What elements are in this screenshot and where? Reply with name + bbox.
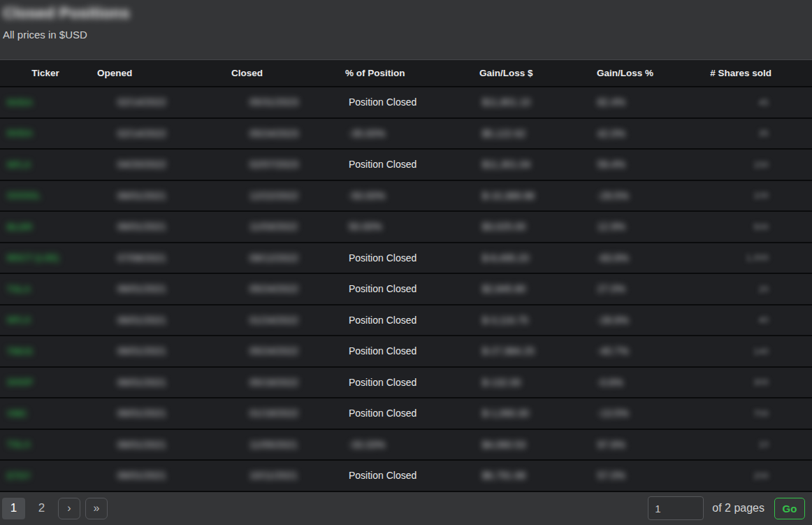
gain-loss-usd-cell: $2,845.80 <box>468 283 552 294</box>
shares-sold-cell: 35 <box>657 128 812 138</box>
opened-cell: 04/20/2022 <box>91 159 210 170</box>
gain-loss-pct-cell: 59.4% <box>552 159 657 170</box>
ticker-cell[interactable]: NVDA <box>0 97 91 108</box>
column-header-gain-loss-usd: Gain/Loss $ <box>468 68 552 78</box>
table-row: VMC06/01/202101/19/2022Position Closed$-… <box>0 398 812 430</box>
page-header: Closed Positions All prices in $USD <box>0 0 812 59</box>
ticker-cell[interactable]: TMUS <box>0 346 91 357</box>
gain-loss-usd-cell: $11,301.04 <box>468 159 552 170</box>
gain-loss-usd-cell: $-132.00 <box>468 377 552 388</box>
double-chevron-right-icon: » <box>94 502 100 514</box>
page-number-input[interactable] <box>648 496 704 520</box>
gain-loss-pct-cell: 27.0% <box>552 283 657 294</box>
opened-cell: 06/01/2021 <box>91 315 210 326</box>
pct-of-position-cell: Position Closed <box>335 408 468 419</box>
closed-cell: 05/31/2023 <box>210 96 335 108</box>
closed-positions-page: Closed Positions All prices in $USD Tick… <box>0 0 812 525</box>
pct-of-position-cell: Position Closed <box>335 377 468 388</box>
ticker-cell[interactable]: TSLA <box>0 284 91 294</box>
pct-of-position-cell: -35.00% <box>335 128 468 139</box>
pct-of-position-cell: Position Closed <box>335 315 468 326</box>
gain-loss-pct-cell: -0.6% <box>552 377 657 388</box>
column-header-opened: Opened <box>91 68 210 78</box>
ticker-cell[interactable]: ETSY <box>0 470 91 481</box>
table-row: TMUS06/01/202105/24/2022Position Closed$… <box>0 336 812 368</box>
pct-of-position-cell: Position Closed <box>335 283 468 294</box>
shares-sold-cell: 100 <box>657 190 812 201</box>
next-page-button[interactable]: › <box>58 498 80 519</box>
gain-loss-pct-cell: 97.6% <box>552 439 657 450</box>
ticker-cell[interactable]: MSCT (LSE) <box>0 252 91 263</box>
gain-loss-usd-cell: $-27,984.25 <box>468 345 552 357</box>
pct-of-position-cell: Position Closed <box>335 470 468 481</box>
opened-cell: 06/01/2021 <box>91 221 210 232</box>
opened-cell: 06/01/2021 <box>91 283 210 294</box>
table-row: NFLX04/20/202202/07/2023Position Closed$… <box>0 150 812 181</box>
gain-loss-pct-cell: -40.7% <box>552 345 657 357</box>
opened-cell: 06/01/2021 <box>91 439 210 450</box>
pct-of-position-cell: Position Closed <box>335 345 468 357</box>
column-header-pct-of-position: % of Position <box>335 68 468 78</box>
ticker-cell[interactable]: NFLX <box>0 315 91 325</box>
chevron-right-icon: › <box>67 502 71 514</box>
page-buttons: 1 2 › » <box>2 498 108 519</box>
page-button-2[interactable]: 2 <box>30 498 53 519</box>
gain-loss-pct-cell: 57.0% <box>552 470 657 481</box>
pagination-bar: 1 2 › » of 2 pages Go <box>0 492 812 525</box>
last-page-button[interactable]: » <box>85 498 108 519</box>
gain-loss-pct-cell: 82.4% <box>552 96 657 108</box>
pct-of-position-cell: Position Closed <box>335 252 468 264</box>
gain-loss-usd-cell: $-3,116.75 <box>468 315 552 326</box>
column-header-closed: Closed <box>210 68 335 78</box>
ticker-cell[interactable]: NFLX <box>0 159 91 170</box>
closed-cell: 05/24/2023 <box>210 128 335 139</box>
pct-of-position-cell: Position Closed <box>335 96 468 108</box>
table-body: NVDA02/14/202205/31/2023Position Closed$… <box>0 87 812 492</box>
opened-cell: 02/14/2022 <box>91 128 210 139</box>
shares-sold-cell: 200 <box>657 470 812 481</box>
table-row: NFLX06/01/202101/24/2022Position Closed$… <box>0 305 812 337</box>
ticker-cell[interactable]: VMC <box>0 408 91 419</box>
ticker-cell[interactable]: BLDR <box>0 222 91 232</box>
closed-cell: 02/07/2023 <box>210 159 335 170</box>
shares-sold-cell: 10 <box>657 439 812 450</box>
gain-loss-usd-cell: $4,060.53 <box>468 439 552 450</box>
goto-page-controls: of 2 pages Go <box>648 496 805 520</box>
closed-cell: 11/05/2021 <box>210 439 335 450</box>
shares-sold-cell: 500 <box>657 222 812 232</box>
gain-loss-usd-cell: $6,791.68 <box>468 470 552 481</box>
shares-sold-cell: 20 <box>657 284 812 294</box>
shares-sold-cell: 40 <box>657 315 812 325</box>
gain-loss-usd-cell: $3,025.00 <box>468 221 552 232</box>
shares-sold-cell: 45 <box>657 97 812 108</box>
page-button-1[interactable]: 1 <box>2 498 25 519</box>
opened-cell: 06/01/2021 <box>91 345 210 357</box>
gain-loss-pct-cell: -83.9% <box>552 252 657 264</box>
pct-of-position-cell: -33.33% <box>335 439 468 450</box>
ticker-cell[interactable]: TSLA <box>0 439 91 450</box>
go-button[interactable]: Go <box>774 498 805 519</box>
table-row: SHOP06/01/202105/19/2022Position Closed$… <box>0 368 812 399</box>
gain-loss-usd-cell: $5,122.62 <box>468 128 552 139</box>
column-header-shares-sold: # Shares sold <box>657 68 812 78</box>
table-row: BLDR06/01/202111/03/202250.00%$3,025.001… <box>0 212 812 243</box>
table-row: NVDA02/14/202205/24/2023-35.00%$5,122.62… <box>0 119 812 150</box>
column-header-gain-loss-pct: Gain/Loss % <box>552 68 657 78</box>
page-subtitle: All prices in $USD <box>3 29 812 41</box>
page-title: Closed Positions <box>3 4 130 22</box>
ticker-cell[interactable]: SHOP <box>0 377 91 387</box>
pct-of-position-cell: -50.00% <box>335 190 468 201</box>
closed-cell: 09/12/2022 <box>210 252 335 264</box>
table-row: GOOGL06/01/202112/22/2022-50.00%$-10,389… <box>0 181 812 213</box>
ticker-cell[interactable]: GOOGL <box>0 190 91 201</box>
table-header-row: Ticker Opened Closed % of Position Gain/… <box>0 59 812 87</box>
ticker-cell[interactable]: NVDA <box>0 128 91 138</box>
table-row: TSLA06/01/202111/05/2021-33.33%$4,060.53… <box>0 430 812 461</box>
closed-cell: 05/24/2022 <box>210 345 335 357</box>
shares-sold-cell: 1,000 <box>657 252 812 263</box>
shares-sold-cell: 300 <box>657 377 812 387</box>
closed-positions-table: Ticker Opened Closed % of Position Gain/… <box>0 59 812 492</box>
shares-sold-cell: 140 <box>657 346 812 357</box>
closed-cell: 01/24/2022 <box>210 315 335 326</box>
table-row: TSLA06/01/202105/24/2022Position Closed$… <box>0 274 812 305</box>
